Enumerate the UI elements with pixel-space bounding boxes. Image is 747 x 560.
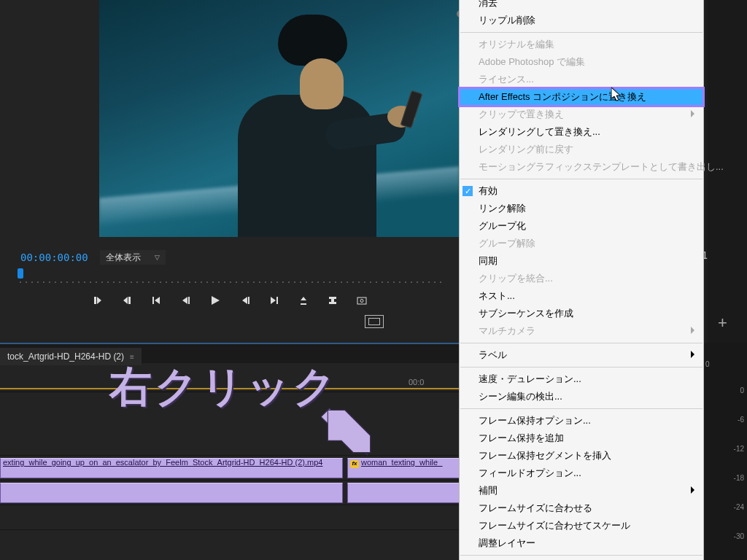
menu-item: グループ解除 (460, 235, 703, 252)
submenu-arrow-icon (691, 351, 694, 358)
menu-item[interactable]: 同期 (460, 252, 703, 270)
goto-out-button[interactable] (269, 295, 279, 308)
chevron-down-icon: ▽ (155, 254, 160, 261)
menu-item: レンダリング前に戻す (460, 141, 703, 158)
menu-item-label: グループ解除 (479, 238, 535, 249)
menu-item-label: フレーム保持セグメントを挿入 (479, 450, 611, 461)
program-monitor: 00:00:00:00 全体表示 ▽ 5:11 (0, 0, 460, 343)
scrubber-track[interactable] (18, 280, 445, 284)
menu-item-label: 補間 (479, 485, 498, 496)
submenu-arrow-icon (691, 327, 694, 334)
menu-item[interactable]: リップル削除 (460, 12, 703, 29)
safe-margins-button[interactable] (365, 315, 384, 328)
menu-item[interactable]: フレーム保持セグメントを挿入 (460, 447, 703, 464)
menu-item-label: レンダリング前に戻す (479, 144, 573, 155)
context-menu: 消去リップル削除オリジナルを編集Adobe Photoshop で編集ライセンス… (459, 0, 704, 560)
goto-in-button[interactable] (151, 295, 161, 308)
menu-item: マルチカメラ (460, 322, 703, 340)
menu-item-label: レンダリングして置き換え... (479, 126, 600, 137)
menu-item[interactable]: グループ化 (460, 217, 703, 235)
mark-out-button[interactable] (122, 295, 132, 308)
menu-item: モーショングラフィックステンプレートとして書き出し... (460, 158, 703, 176)
menu-item: クリップを統合... (460, 270, 703, 287)
menu-item: ライセンス... (460, 71, 703, 88)
mark-in-button[interactable] (93, 295, 103, 308)
menu-item-label: サブシーケンスを作成 (479, 308, 573, 319)
menu-item[interactable]: After Effects コンポジションに置き換え (460, 88, 703, 106)
menu-item-label: フレーム保持を追加 (479, 432, 564, 443)
menu-separator (460, 367, 703, 368)
video-preview (99, 0, 460, 237)
menu-item[interactable]: シーン編集の検出... (460, 388, 703, 405)
menu-item[interactable]: 有効✓ (460, 182, 703, 200)
menu-item-label: Adobe Photoshop で編集 (479, 56, 585, 67)
menu-item-label: クリップを統合... (479, 273, 553, 284)
menu-item-label: 速度・デュレーション... (479, 373, 581, 384)
menu-item[interactable]: 調整レイヤー (460, 534, 703, 552)
menu-item-label: フレームサイズに合わせる (479, 502, 592, 513)
menu-item-label: オリジナルを編集 (479, 39, 554, 50)
menu-item[interactable]: フレームサイズに合わせる (460, 499, 703, 517)
menu-item[interactable]: フィールドオプション... (460, 464, 703, 482)
menu-item-label: リップル削除 (479, 15, 535, 26)
fx-badge-icon: fx (350, 460, 359, 468)
playhead-icon[interactable] (18, 268, 23, 279)
zoom-label: 全体表示 (106, 252, 141, 264)
audio-clip-1[interactable] (0, 483, 343, 503)
menu-separator (460, 408, 703, 409)
audio-clip-2[interactable] (347, 483, 464, 503)
submenu-arrow-icon (691, 486, 694, 494)
menu-item-label: 調整レイヤー (479, 537, 535, 548)
step-back-button[interactable] (180, 295, 190, 308)
video-content (216, 7, 406, 226)
extract-button[interactable] (328, 295, 338, 308)
svg-rect-0 (357, 298, 366, 304)
menu-item-label: フィールドオプション... (479, 467, 581, 478)
menu-item[interactable]: サブシーケンスを作成 (460, 305, 703, 322)
export-frame-button[interactable] (357, 295, 367, 308)
menu-item-label: ライセンス... (479, 74, 534, 85)
menu-item[interactable]: 消去 (460, 0, 703, 12)
menu-item-label: リンク解除 (479, 203, 526, 214)
video-clip-2[interactable]: fx woman_texting_while_ (347, 458, 464, 478)
video-clip-1[interactable]: exting_while_going_up_on_an_escalator_by… (0, 458, 343, 478)
menu-item-label: フレームサイズに合わせてスケール (479, 520, 630, 531)
sequence-tab[interactable]: tock_Artgrid-HD_H264-HD (2) ≡ (0, 348, 142, 365)
svg-marker-4 (611, 88, 620, 101)
submenu-arrow-icon (691, 110, 694, 117)
step-forward-button[interactable] (240, 295, 250, 308)
menu-item-label: ネスト... (479, 290, 515, 301)
menu-item[interactable]: フレーム保持オプション... (460, 412, 703, 429)
menu-item[interactable]: ラベル (460, 346, 703, 364)
add-panel-button[interactable]: + (718, 314, 727, 332)
menu-item[interactable]: フレーム保持を追加 (460, 429, 703, 447)
preview-scrubber[interactable] (18, 268, 452, 286)
menu-item[interactable]: リンク解除 (460, 200, 703, 217)
menu-item: オリジナルを編集 (460, 36, 703, 53)
ruler-tick: 00:0 (409, 378, 424, 386)
menu-item[interactable]: 補間 (460, 482, 703, 499)
menu-item-label: 有効 (479, 185, 498, 196)
audio-meter: 0 0 -6 -12 -18 -24 -30 (700, 343, 747, 560)
menu-separator (460, 555, 703, 556)
menu-item-label: グループ化 (479, 220, 526, 231)
menu-item[interactable]: レンダリングして置き換え... (460, 123, 703, 141)
menu-item[interactable]: 速度・デュレーション... (460, 370, 703, 388)
zoom-level-select[interactable]: 全体表示 ▽ (100, 250, 166, 265)
menu-item: Adobe Photoshop で編集 (460, 53, 703, 71)
menu-item[interactable]: ネスト... (460, 287, 703, 305)
play-button[interactable] (209, 295, 221, 308)
svg-point-1 (360, 299, 363, 302)
clip-label: exting_while_going_up_on_an_escalator_by… (3, 458, 322, 467)
current-timecode[interactable]: 00:00:00:00 (20, 252, 88, 263)
menu-item-label: フレーム保持オプション... (479, 415, 591, 426)
menu-separator (460, 179, 703, 179)
menu-item[interactable]: フレームサイズに合わせてスケール (460, 517, 703, 534)
tab-menu-icon[interactable]: ≡ (130, 353, 134, 361)
menu-separator (460, 343, 703, 343)
sequence-name: tock_Artgrid-HD_H264-HD (2) (7, 351, 124, 362)
lift-button[interactable] (298, 295, 309, 308)
menu-item-label: ラベル (479, 349, 507, 360)
check-icon: ✓ (462, 186, 473, 196)
menu-item-label: 消去 (479, 0, 498, 8)
